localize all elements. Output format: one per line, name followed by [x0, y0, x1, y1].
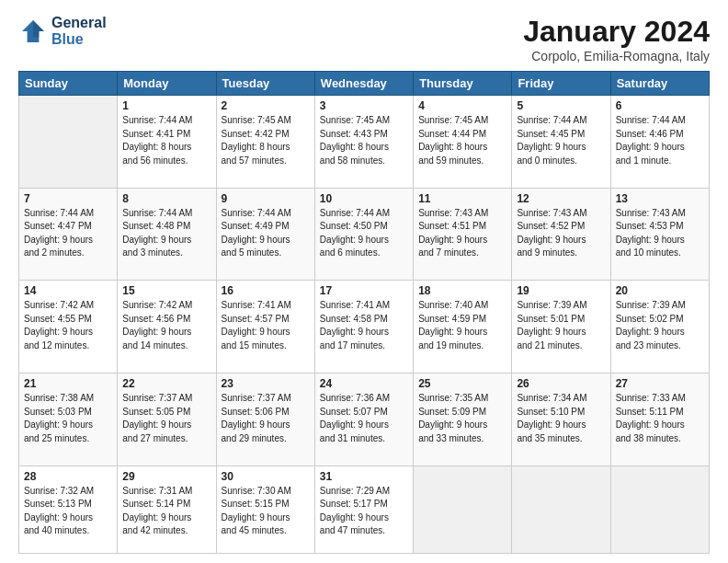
day-number: 28	[24, 470, 112, 483]
logo: General Blue	[18, 15, 107, 48]
day-info: Sunrise: 7:44 AM Sunset: 4:41 PM Dayligh…	[122, 114, 210, 167]
header: General Blue January 2024 Corpolo, Emili…	[18, 15, 710, 63]
calendar-cell: 18Sunrise: 7:40 AM Sunset: 4:59 PM Dayli…	[414, 281, 512, 373]
day-info: Sunrise: 7:41 AM Sunset: 4:58 PM Dayligh…	[320, 299, 408, 352]
day-number: 5	[517, 99, 605, 112]
day-number: 24	[320, 377, 408, 390]
header-thursday: Thursday	[414, 72, 512, 96]
day-number: 10	[320, 192, 408, 205]
day-info: Sunrise: 7:36 AM Sunset: 5:07 PM Dayligh…	[320, 392, 408, 445]
day-info: Sunrise: 7:43 AM Sunset: 4:53 PM Dayligh…	[616, 207, 704, 260]
calendar-cell: 30Sunrise: 7:30 AM Sunset: 5:15 PM Dayli…	[216, 465, 314, 553]
day-info: Sunrise: 7:45 AM Sunset: 4:44 PM Dayligh…	[418, 114, 506, 167]
subtitle: Corpolo, Emilia-Romagna, Italy	[523, 49, 710, 63]
day-info: Sunrise: 7:45 AM Sunset: 4:43 PM Dayligh…	[320, 114, 408, 167]
calendar-cell: 29Sunrise: 7:31 AM Sunset: 5:14 PM Dayli…	[118, 465, 216, 553]
calendar-cell: 13Sunrise: 7:43 AM Sunset: 4:53 PM Dayli…	[610, 188, 709, 281]
day-number: 27	[616, 377, 704, 390]
day-info: Sunrise: 7:44 AM Sunset: 4:46 PM Dayligh…	[616, 114, 704, 167]
calendar-cell: 27Sunrise: 7:33 AM Sunset: 5:11 PM Dayli…	[610, 373, 709, 466]
calendar-cell: 6Sunrise: 7:44 AM Sunset: 4:46 PM Daylig…	[610, 96, 709, 189]
day-number: 13	[616, 192, 704, 205]
calendar-cell: 1Sunrise: 7:44 AM Sunset: 4:41 PM Daylig…	[118, 96, 216, 189]
day-info: Sunrise: 7:39 AM Sunset: 5:02 PM Dayligh…	[616, 299, 704, 352]
calendar-week-3: 14Sunrise: 7:42 AM Sunset: 4:55 PM Dayli…	[19, 281, 710, 373]
day-info: Sunrise: 7:34 AM Sunset: 5:10 PM Dayligh…	[517, 392, 605, 445]
day-info: Sunrise: 7:33 AM Sunset: 5:11 PM Dayligh…	[616, 392, 704, 445]
day-number: 2	[222, 99, 310, 112]
logo-text: General Blue	[51, 15, 107, 48]
page: General Blue January 2024 Corpolo, Emili…	[0, 0, 728, 563]
day-number: 12	[517, 192, 605, 205]
day-number: 7	[24, 192, 112, 205]
calendar-cell: 28Sunrise: 7:32 AM Sunset: 5:13 PM Dayli…	[19, 465, 118, 553]
calendar-cell: 14Sunrise: 7:42 AM Sunset: 4:55 PM Dayli…	[19, 281, 118, 373]
day-number: 23	[222, 377, 310, 390]
header-sunday: Sunday	[19, 72, 118, 96]
day-number: 3	[320, 99, 408, 112]
main-title: January 2024	[523, 15, 710, 49]
day-number: 31	[320, 470, 408, 483]
calendar-cell: 19Sunrise: 7:39 AM Sunset: 5:01 PM Dayli…	[512, 281, 610, 373]
title-block: January 2024 Corpolo, Emilia-Romagna, It…	[523, 15, 710, 63]
day-info: Sunrise: 7:42 AM Sunset: 4:55 PM Dayligh…	[24, 299, 112, 352]
day-number: 20	[616, 284, 704, 297]
calendar-cell: 21Sunrise: 7:38 AM Sunset: 5:03 PM Dayli…	[19, 373, 118, 466]
day-info: Sunrise: 7:31 AM Sunset: 5:14 PM Dayligh…	[122, 485, 210, 538]
calendar-cell: 2Sunrise: 7:45 AM Sunset: 4:42 PM Daylig…	[216, 96, 314, 189]
calendar-cell: 3Sunrise: 7:45 AM Sunset: 4:43 PM Daylig…	[314, 96, 413, 189]
calendar-cell: 23Sunrise: 7:37 AM Sunset: 5:06 PM Dayli…	[216, 373, 314, 466]
day-info: Sunrise: 7:44 AM Sunset: 4:48 PM Dayligh…	[122, 207, 210, 260]
day-info: Sunrise: 7:39 AM Sunset: 5:01 PM Dayligh…	[517, 299, 605, 352]
day-number: 22	[122, 377, 210, 390]
day-info: Sunrise: 7:43 AM Sunset: 4:51 PM Dayligh…	[418, 207, 506, 260]
day-info: Sunrise: 7:44 AM Sunset: 4:49 PM Dayligh…	[222, 207, 310, 260]
day-info: Sunrise: 7:37 AM Sunset: 5:05 PM Dayligh…	[122, 392, 210, 445]
calendar-cell: 9Sunrise: 7:44 AM Sunset: 4:49 PM Daylig…	[216, 188, 314, 281]
day-info: Sunrise: 7:44 AM Sunset: 4:47 PM Dayligh…	[24, 207, 112, 260]
header-saturday: Saturday	[610, 72, 709, 96]
day-number: 1	[122, 99, 210, 112]
day-number: 8	[122, 192, 210, 205]
day-number: 6	[616, 99, 704, 112]
calendar-cell: 17Sunrise: 7:41 AM Sunset: 4:58 PM Dayli…	[314, 281, 413, 373]
header-monday: Monday	[118, 72, 216, 96]
day-number: 17	[320, 284, 408, 297]
calendar-cell: 8Sunrise: 7:44 AM Sunset: 4:48 PM Daylig…	[118, 188, 216, 281]
day-info: Sunrise: 7:41 AM Sunset: 4:57 PM Dayligh…	[222, 299, 310, 352]
header-friday: Friday	[512, 72, 610, 96]
day-number: 9	[222, 192, 310, 205]
day-number: 11	[418, 192, 506, 205]
calendar-cell	[512, 465, 610, 553]
calendar-week-5: 28Sunrise: 7:32 AM Sunset: 5:13 PM Dayli…	[19, 465, 710, 553]
day-number: 19	[517, 284, 605, 297]
calendar-cell: 24Sunrise: 7:36 AM Sunset: 5:07 PM Dayli…	[314, 373, 413, 466]
header-wednesday: Wednesday	[314, 72, 413, 96]
calendar-cell: 22Sunrise: 7:37 AM Sunset: 5:05 PM Dayli…	[118, 373, 216, 466]
calendar-cell	[19, 96, 118, 189]
logo-icon	[18, 17, 48, 46]
calendar-cell: 31Sunrise: 7:29 AM Sunset: 5:17 PM Dayli…	[314, 465, 413, 553]
day-number: 4	[418, 99, 506, 112]
day-number: 25	[418, 377, 506, 390]
calendar-cell	[610, 465, 709, 553]
day-number: 30	[222, 470, 310, 483]
calendar-week-1: 1Sunrise: 7:44 AM Sunset: 4:41 PM Daylig…	[19, 96, 710, 189]
day-info: Sunrise: 7:35 AM Sunset: 5:09 PM Dayligh…	[418, 392, 506, 445]
calendar-cell: 15Sunrise: 7:42 AM Sunset: 4:56 PM Dayli…	[118, 281, 216, 373]
day-info: Sunrise: 7:37 AM Sunset: 5:06 PM Dayligh…	[222, 392, 310, 445]
calendar-cell: 25Sunrise: 7:35 AM Sunset: 5:09 PM Dayli…	[414, 373, 512, 466]
day-number: 21	[24, 377, 112, 390]
day-number: 15	[122, 284, 210, 297]
calendar-cell: 10Sunrise: 7:44 AM Sunset: 4:50 PM Dayli…	[314, 188, 413, 281]
day-number: 18	[418, 284, 506, 297]
calendar-cell: 20Sunrise: 7:39 AM Sunset: 5:02 PM Dayli…	[610, 281, 709, 373]
day-info: Sunrise: 7:42 AM Sunset: 4:56 PM Dayligh…	[122, 299, 210, 352]
day-info: Sunrise: 7:32 AM Sunset: 5:13 PM Dayligh…	[24, 485, 112, 538]
svg-marker-1	[33, 20, 44, 37]
day-number: 29	[122, 470, 210, 483]
day-info: Sunrise: 7:45 AM Sunset: 4:42 PM Dayligh…	[222, 114, 310, 167]
day-info: Sunrise: 7:30 AM Sunset: 5:15 PM Dayligh…	[222, 485, 310, 538]
day-info: Sunrise: 7:29 AM Sunset: 5:17 PM Dayligh…	[320, 485, 408, 538]
day-number: 26	[517, 377, 605, 390]
